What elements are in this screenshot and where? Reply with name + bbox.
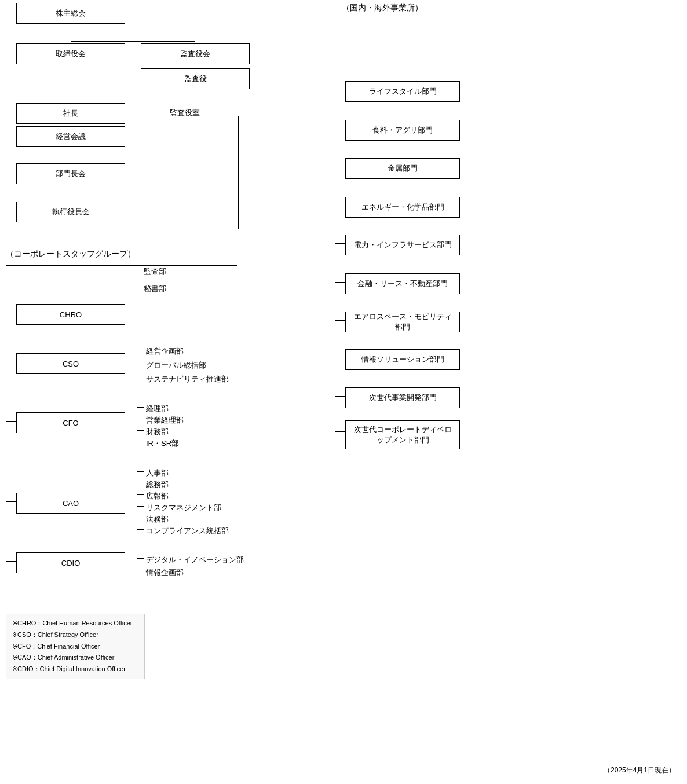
line-global-horiz: [137, 364, 144, 364]
line-management-down: [71, 147, 71, 164]
line-general-affairs-horiz: [137, 483, 144, 483]
line-bus-accounting-horiz: [137, 419, 144, 419]
line-cao-depts-vert: [137, 468, 137, 543]
line-electric-horiz: [335, 243, 345, 244]
audit-dept-label: 監査部: [144, 266, 166, 277]
info-solutions-label: 情報ソリューション部門: [361, 354, 444, 365]
line-cdio-horiz: [6, 561, 16, 562]
business-accounting-label: 営業経理部: [146, 415, 184, 426]
line-cao-horiz: [6, 501, 16, 502]
line-digital-horiz: [137, 558, 144, 559]
mgmt-planning-label: 経営企画部: [146, 346, 184, 357]
division-heads-box: 部門長会: [16, 163, 125, 184]
audit-board-label: 監査役会: [180, 49, 210, 59]
food-agri-label: 食料・アグリ部門: [372, 125, 433, 135]
info-solutions-div-box: 情報ソリューション部門: [345, 349, 460, 370]
shareholders-label: 株主総会: [56, 8, 86, 19]
pr-label: 広報部: [146, 491, 169, 501]
line-horiz-top: [71, 41, 195, 42]
line-food-horiz: [335, 129, 345, 129]
legend-box: ※CHRO：Chief Human Resources Officer ※CSO…: [6, 614, 145, 679]
digital-innovation-label: デジタル・イノベーション部: [146, 555, 244, 565]
line-divisions-vert: [335, 17, 335, 457]
line-sustain-horiz: [137, 378, 144, 378]
next-gen-corporate-label: 次世代コーポレートディベロップメント部門: [352, 424, 454, 445]
line-info-sol-horiz: [335, 358, 345, 358]
global-general-label: グローバル総括部: [146, 360, 206, 371]
audit-office-label: 監査役室: [170, 108, 200, 118]
legend-cao: ※CAO：Chief Administrative Officer: [12, 652, 138, 664]
line-divheads-down: [71, 184, 71, 202]
cdio-label: CDIO: [61, 559, 81, 567]
line-cfo-horiz: [6, 421, 16, 422]
line-audit-dept: [137, 265, 137, 273]
electric-infra-label: 電力・インフラサービス部門: [354, 240, 452, 250]
cdio-box: CDIO: [16, 552, 125, 573]
line-exec-right-horiz: [125, 228, 238, 228]
ir-sr-label: IR・SR部: [146, 438, 179, 449]
general-affairs-label: 総務部: [146, 479, 169, 490]
finance-label: 財務部: [146, 427, 169, 437]
president-box: 社長: [16, 103, 125, 124]
metals-label: 金属部門: [388, 163, 418, 174]
division-heads-label: 部門長会: [56, 168, 86, 179]
energy-chemicals-div-box: エネルギー・化学品部門: [345, 197, 460, 218]
shareholders-box: 株主総会: [16, 3, 125, 24]
legal-label: 法務部: [146, 514, 169, 525]
aerospace-div-box: エアロスペース・モビリティ部門: [345, 312, 460, 332]
accounting-label: 経理部: [146, 404, 169, 414]
line-chro-horiz: [6, 313, 16, 313]
cso-label: CSO: [63, 360, 79, 368]
line-secretariat: [137, 283, 137, 291]
electric-infra-div-box: 電力・インフラサービス部門: [345, 235, 460, 255]
line-nextgen-biz-horiz: [335, 396, 345, 397]
line-president-right: [125, 116, 238, 116]
line-accounting-horiz: [137, 407, 144, 408]
footer-date: （2025年4月1日現在）: [604, 765, 675, 775]
line-metals-horiz: [335, 167, 345, 167]
hr-label: 人事部: [146, 468, 169, 478]
line-pr-horiz: [137, 494, 144, 495]
board-label: 取締役会: [56, 49, 86, 59]
legend-cfo: ※CFO：Chief Financial Officer: [12, 641, 138, 653]
management-meeting-box: 経営会議: [16, 126, 125, 147]
org-chart: 株主総会 取締役会 監査役会 監査役 社長 経営会議 監査役室 部門長会 執行役…: [0, 0, 687, 784]
line-mgmt-plan-horiz: [137, 351, 144, 351]
domestic-overseas-label: （国内・海外事業所）: [342, 3, 423, 13]
lifestyle-label: ライフスタイル部門: [369, 86, 437, 97]
risk-label: リスクマネジメント部: [146, 503, 221, 513]
cso-box: CSO: [16, 353, 125, 374]
line-energy-horiz: [335, 206, 345, 206]
line-lifestyle-horiz: [335, 90, 345, 90]
line-corp-staff-horiz: [6, 265, 237, 266]
line-cso-depts-vert: [137, 347, 137, 388]
cao-box: CAO: [16, 493, 125, 514]
president-label: 社長: [63, 108, 78, 119]
line-cdio-depts-vert: [137, 555, 137, 584]
legend-chro: ※CHRO：Chief Human Resources Officer: [12, 618, 138, 629]
line-finance-horiz: [137, 430, 144, 431]
food-agri-div-box: 食料・アグリ部門: [345, 120, 460, 141]
line-hr-horiz: [137, 471, 144, 472]
line-legal-horiz: [137, 518, 144, 518]
line-board-down: [71, 64, 71, 102]
line-info-plan-horiz: [137, 571, 144, 571]
line-cfo-depts-vert: [137, 404, 137, 450]
metals-div-box: 金属部門: [345, 158, 460, 179]
auditor-label: 監査役: [184, 74, 207, 84]
line-risk-horiz: [137, 506, 144, 507]
finance-lease-label: 金融・リース・不動産部門: [357, 279, 448, 289]
aerospace-label: エアロスペース・モビリティ部門: [352, 312, 454, 332]
line-right-vert: [238, 116, 239, 229]
cao-label: CAO: [63, 499, 79, 508]
next-gen-business-label: 次世代事業開発部門: [369, 393, 437, 403]
executive-label: 執行役員会: [52, 207, 90, 217]
management-meeting-label: 経営会議: [56, 131, 86, 142]
sustainability-label: サステナビリティ推進部: [146, 374, 229, 384]
cfo-label: CFO: [63, 419, 78, 427]
executive-box: 執行役員会: [16, 202, 125, 222]
secretariat-label: 秘書部: [144, 284, 166, 294]
corporate-staff-group-label: （コーポレートスタッフグループ）: [6, 249, 136, 259]
auditor-box: 監査役: [141, 68, 250, 89]
chro-box: CHRO: [16, 304, 125, 325]
